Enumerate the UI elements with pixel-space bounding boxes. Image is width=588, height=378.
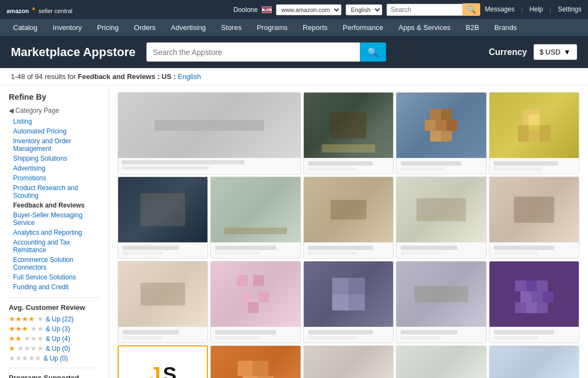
nav-b2b[interactable]: B2B bbox=[459, 19, 486, 36]
nav-apps-services[interactable]: Apps & Services bbox=[392, 19, 457, 36]
results-bar: 1-48 of 94 results for Feedback and Revi… bbox=[0, 68, 588, 86]
star-row-4[interactable]: ★★★★★ & Up (22) bbox=[9, 315, 100, 323]
app-3-pixel-icon bbox=[419, 103, 463, 147]
nav-bar: Catalog Inventory Pricing Orders Adverti… bbox=[0, 19, 588, 36]
sidebar-advertising[interactable]: Advertising bbox=[9, 163, 100, 173]
app-card-7[interactable] bbox=[303, 176, 394, 259]
app-card-6[interactable] bbox=[210, 176, 301, 259]
main-layout: Refine By ◀ Category Page Listing Automa… bbox=[0, 86, 588, 378]
star-row-1[interactable]: ★★★★★ & Up (0) bbox=[9, 344, 100, 352]
app-card-4[interactable] bbox=[489, 92, 579, 174]
svg-rect-3 bbox=[436, 120, 446, 131]
svg-rect-5 bbox=[430, 131, 441, 142]
sidebar-promotions[interactable]: Promotions bbox=[9, 173, 100, 183]
category-page-title[interactable]: ◀ Category Page bbox=[9, 107, 100, 114]
svg-rect-4 bbox=[446, 120, 457, 131]
help-link[interactable]: Help bbox=[530, 5, 543, 14]
sidebar-product-research[interactable]: Product Research and Scouting bbox=[9, 183, 100, 200]
sidebar-full-service[interactable]: Full Service Solutions bbox=[9, 272, 100, 282]
app-card-13[interactable] bbox=[396, 261, 486, 343]
nav-stores[interactable]: Stores bbox=[215, 19, 248, 36]
sidebar-divider-2 bbox=[9, 368, 100, 368]
app-card-18[interactable] bbox=[396, 345, 486, 378]
sidebar-funding[interactable]: Funding and Credit bbox=[9, 282, 100, 292]
star-row-3[interactable]: ★★★★★ & Up (3) bbox=[9, 325, 100, 333]
app-card-10[interactable] bbox=[118, 261, 208, 343]
flag-icon: 🇺🇸 bbox=[262, 7, 272, 13]
nav-inventory[interactable]: Inventory bbox=[46, 19, 88, 36]
nav-brands[interactable]: Brands bbox=[488, 19, 523, 36]
star-1-icon: ★ bbox=[9, 344, 15, 352]
top-bar: amazon ▲ seller central Doolone 🇺🇸 www.a… bbox=[0, 0, 588, 19]
sidebar-accounting[interactable]: Accounting and Tax Remittance bbox=[9, 237, 100, 255]
star-row-0[interactable]: ★★★★★ & Up (0) bbox=[9, 354, 100, 362]
currency-dropdown-icon: ▼ bbox=[564, 48, 571, 56]
app-card-8[interactable] bbox=[396, 176, 486, 259]
svg-rect-10 bbox=[540, 125, 550, 142]
appstore-header: Marketplace Appstore 🔍 Currency $ USD ▼ bbox=[0, 36, 588, 68]
nav-performance[interactable]: Performance bbox=[336, 19, 390, 36]
sidebar-automated-pricing[interactable]: Automated Pricing bbox=[9, 126, 100, 136]
app-card-17[interactable] bbox=[303, 345, 394, 378]
svg-rect-8 bbox=[529, 114, 540, 125]
app-card-5[interactable] bbox=[118, 176, 208, 259]
app-card-12[interactable] bbox=[303, 261, 394, 343]
appstore-search-input[interactable] bbox=[146, 42, 360, 62]
star-2-icon: ★★ bbox=[9, 334, 22, 343]
app-12-pixel-icon bbox=[327, 272, 370, 316]
app-card-14-purple[interactable] bbox=[489, 261, 579, 343]
app-card-jungle-scout[interactable]: J S Jungle Scout Jungle Scout JS Oper...… bbox=[118, 345, 208, 378]
star-1-label: & Up (0) bbox=[46, 345, 70, 352]
star-4-label: & Up (22) bbox=[46, 315, 74, 323]
svg-rect-21 bbox=[515, 281, 526, 291]
app-card-3[interactable] bbox=[396, 92, 486, 174]
search-input[interactable] bbox=[387, 4, 463, 16]
svg-rect-17 bbox=[332, 278, 348, 294]
sidebar-buyer-seller[interactable]: Buyer-Seller Messaging Service bbox=[9, 210, 100, 228]
star-3-icon: ★★★ bbox=[9, 325, 28, 333]
seller-central-text: seller central bbox=[39, 7, 72, 14]
appstore-search-button[interactable]: 🔍 bbox=[360, 42, 386, 62]
currency-select[interactable]: $ USD ▼ bbox=[534, 44, 577, 60]
star-0-label: & Up (0) bbox=[44, 355, 68, 362]
amazon-logo[interactable]: amazon ▲ seller central bbox=[7, 5, 72, 15]
svg-rect-19 bbox=[332, 294, 348, 310]
svg-rect-14 bbox=[242, 291, 253, 302]
svg-rect-9 bbox=[518, 125, 529, 142]
svg-rect-6 bbox=[441, 131, 452, 142]
results-filter: Feedback and Reviews : US : bbox=[78, 72, 176, 81]
sidebar-ecommerce[interactable]: Ecommerce Solution Connectors bbox=[9, 255, 100, 272]
search-button[interactable]: 🔍 bbox=[463, 3, 480, 16]
app-card-banner[interactable] bbox=[118, 92, 301, 174]
nav-programs[interactable]: Programs bbox=[250, 19, 294, 36]
app-card-11[interactable] bbox=[210, 261, 301, 343]
nav-orders[interactable]: Orders bbox=[127, 19, 162, 36]
sidebar: Refine By ◀ Category Page Listing Automa… bbox=[0, 86, 109, 378]
app-4-pixel-icon bbox=[512, 103, 556, 147]
sidebar-feedback-reviews[interactable]: Feedback and Reviews bbox=[9, 200, 100, 210]
star-0-icon: ★★★★★ bbox=[9, 354, 41, 362]
sidebar-inventory-order[interactable]: Inventory and Order Management bbox=[9, 136, 100, 154]
url-selector[interactable]: www.amazon.com bbox=[276, 4, 341, 15]
sidebar-shipping[interactable]: Shipping Solutions bbox=[9, 154, 100, 163]
nav-catalog[interactable]: Catalog bbox=[7, 19, 44, 36]
app-card-2[interactable] bbox=[303, 92, 394, 174]
sidebar-analytics[interactable]: Analytics and Reporting bbox=[9, 228, 100, 237]
svg-rect-2 bbox=[425, 120, 436, 131]
category-arrow-icon: ◀ bbox=[9, 107, 14, 114]
app-card-9[interactable] bbox=[489, 176, 579, 259]
app-card-19[interactable] bbox=[489, 345, 579, 378]
language-selector[interactable]: English bbox=[346, 4, 382, 15]
nav-pricing[interactable]: Pricing bbox=[90, 19, 125, 36]
svg-rect-0 bbox=[430, 109, 441, 120]
star-row-2[interactable]: ★★★★★ & Up (4) bbox=[9, 334, 100, 343]
nav-reports[interactable]: Reports bbox=[296, 19, 334, 36]
app-card-16[interactable] bbox=[210, 345, 301, 378]
sidebar-listing[interactable]: Listing bbox=[9, 117, 100, 126]
currency-section: Currency $ USD ▼ bbox=[489, 44, 577, 60]
svg-rect-11 bbox=[529, 131, 540, 142]
language-filter-link[interactable]: English bbox=[177, 72, 201, 81]
messages-link[interactable]: Messages bbox=[485, 5, 514, 14]
settings-link[interactable]: Settings bbox=[558, 5, 581, 14]
nav-advertising[interactable]: Advertising bbox=[164, 19, 212, 36]
